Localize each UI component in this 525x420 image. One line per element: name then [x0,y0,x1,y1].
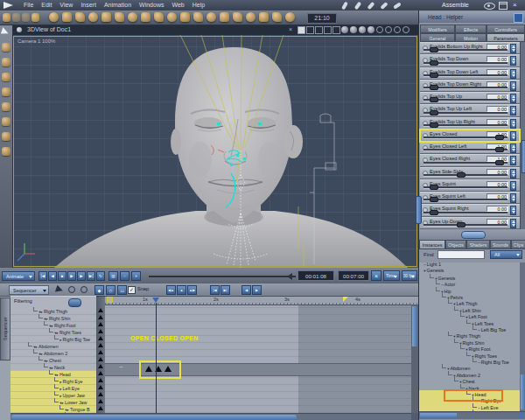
param-slider-thumb[interactable] [495,135,504,140]
param-stepper[interactable] [510,193,516,203]
panel-resize-handle[interactable] [416,196,422,224]
loop-end-button[interactable]: ▶ [252,285,262,295]
tab-sounds[interactable]: Sounds [490,240,511,249]
param-slider-thumb[interactable] [430,197,438,202]
jump-end-button[interactable]: ▶| [87,271,95,281]
sphere-primitive-icon[interactable] [49,12,59,22]
pane-split4-icon[interactable] [324,26,332,34]
tab-shaders[interactable]: Shaders [466,240,490,249]
playhead-line[interactable] [156,303,157,413]
camera-orbit-icon[interactable] [2,102,10,112]
scrubber-marker[interactable] [287,273,292,280]
font-icon[interactable] [167,12,177,22]
range-start-button[interactable]: |◀ [210,285,220,295]
redo-icon[interactable] [22,13,30,22]
light-icon[interactable] [259,12,269,22]
shade-wire-icon[interactable] [341,26,348,33]
viewport-header[interactable]: 3DView of Doc1 × [12,24,418,35]
param-slider-thumb[interactable] [457,222,466,228]
eraser-tool-icon[interactable] [393,2,402,10]
menu-file[interactable]: File [24,0,33,10]
jump-start-button[interactable]: |◀ [38,271,47,281]
remove-key-button[interactable]: − [120,271,130,281]
keyframe-marker-icon[interactable] [98,392,103,396]
sequencer-mode-dropdown[interactable]: Sequencer [9,285,49,295]
pane-split3-icon[interactable] [315,26,323,34]
param-stepper[interactable] [510,81,516,91]
param-slider-thumb[interactable] [430,97,438,102]
view-opt4-icon[interactable] [402,26,410,33]
view-opt3-icon[interactable] [394,26,401,33]
keyframe-marker-icon[interactable] [98,385,103,389]
pen-tool-icon[interactable] [354,2,362,10]
text-object-icon[interactable] [102,12,111,22]
tab-motion[interactable]: Motion [455,33,486,42]
timeline-grid[interactable]: 1s2s3s4s OPEN CLOSED OPEN ~ [105,296,418,418]
delete-track-button[interactable]: ▭ [117,285,127,295]
film-button[interactable]: ▤ [108,271,118,281]
param-stepper[interactable] [510,94,516,103]
param-slider-thumb[interactable] [430,122,438,128]
animate-menu[interactable]: Animate [2,271,35,281]
tab-parameters[interactable]: Parameters [486,33,525,42]
keyframe-marker-icon[interactable] [98,364,103,368]
menu-help[interactable]: Help [192,0,205,10]
find-input[interactable] [438,250,485,259]
menu-web[interactable]: Web [172,0,184,10]
playhead-marker[interactable] [152,298,159,303]
param-stepper[interactable] [510,181,516,191]
zoom-tool-icon[interactable] [80,286,88,293]
move-tool-icon[interactable] [2,43,10,52]
group-icon[interactable] [272,12,282,22]
view-opt1-icon[interactable] [376,26,383,33]
close-icon[interactable]: × [513,0,517,10]
param-slider-thumb[interactable] [495,160,504,165]
camera-zoom-icon[interactable] [2,117,10,127]
param-stepper[interactable] [510,156,516,165]
step-back-button[interactable]: ◀ [48,271,57,281]
target-helper-icon[interactable] [220,12,229,22]
end-time-field[interactable]: 00:07:00 [338,270,369,281]
menu-windows[interactable]: Windows [139,0,164,10]
clear-time-button[interactable]: × [371,270,382,281]
keyframe-marker-icon[interactable] [98,371,103,375]
keyframe-marker-icon[interactable] [98,329,103,333]
render-icon[interactable] [285,12,295,22]
paint-icon[interactable] [32,13,39,22]
param-slider-thumb[interactable] [430,110,438,116]
cursor-tool-icon[interactable] [55,285,64,294]
track-down-button[interactable]: ◇ [106,285,116,295]
keyframe-marker-icon[interactable] [98,399,103,403]
keyframe-marker-icon[interactable] [98,350,103,354]
param-slider-thumb[interactable] [430,85,438,90]
add-key-button[interactable]: + [131,271,141,281]
menu-animation[interactable]: Animation [104,0,131,10]
tab-clips[interactable]: Clips [511,240,525,249]
undo-icon[interactable] [12,13,20,22]
hand-tool-icon[interactable] [341,2,348,10]
axis-tool-icon[interactable] [2,147,10,157]
param-stepper[interactable] [510,206,516,215]
param-stepper[interactable] [510,44,516,53]
track-up-button[interactable]: ◆ [94,285,104,295]
param-stepper[interactable] [510,169,516,178]
head-keyframe-icon[interactable] [145,366,152,372]
timeline-vertical-scrollbar[interactable] [411,304,418,413]
prev-key-button[interactable]: ◀▲ [166,285,176,295]
pencil-tool-icon[interactable] [368,2,375,10]
pane-grid-icon[interactable] [332,26,340,34]
select-arrow-icon[interactable] [2,28,10,38]
hotpoint-icon[interactable] [233,12,242,22]
tab-instances[interactable]: Instances [419,240,445,249]
landscape-icon[interactable] [115,12,124,22]
head-keyframe-icon[interactable] [164,366,172,372]
panel-collapse-handle[interactable] [461,231,486,239]
param-slider-thumb[interactable] [430,185,438,190]
current-key-button[interactable]: ▲ [177,285,186,295]
keyframe-marker-icon[interactable] [98,315,103,319]
plant-icon[interactable] [128,12,137,22]
camera-pan-icon[interactable] [2,88,10,97]
fps-dropdown[interactable]: 30 fps [402,270,417,281]
menu-insert[interactable]: Insert [80,0,96,10]
gear-icon[interactable] [180,12,190,22]
